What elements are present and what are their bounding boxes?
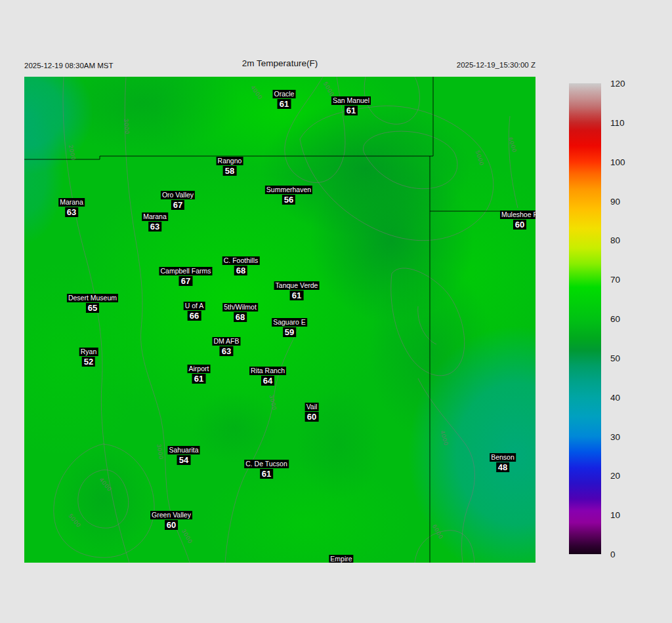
colorbar-tick-label: 30 [610,432,620,441]
station-temperature-value: 68 [234,266,247,275]
station-label: San Manuel 61 [331,96,371,115]
station-name: Ryan [79,348,98,356]
station-label: Tanque Verde 61 [274,281,320,300]
station-temperature-value: 61 [345,106,358,115]
colorbar-tick-label: 70 [610,275,620,285]
station-temperature-value: 68 [234,312,247,322]
station-label: Airport 61 [188,365,211,384]
station-label: Ryan 52 [79,348,98,367]
station-name: San Manuel [331,96,371,105]
colorbar-tick-layer: 1201101009080706050403020100 [569,83,635,554]
station-name: Green Valley [150,511,192,519]
station-temperature-value: 67 [171,200,184,210]
station-temperature-value: 61 [290,291,303,300]
station-label: Muleshoe R 60 [500,211,536,230]
station-label: Vail 60 [305,403,319,422]
station-temperature-value: 58 [223,166,236,176]
temperature-map: 2000 3000 4000 5000 5000 6000 3000 3000 … [24,77,536,563]
station-label: 5th/Wilmot 68 [222,303,258,322]
station-name: C. De Tucson [244,460,289,468]
station-label: C. De Tucson 61 [244,460,289,479]
colorbar-tick-label: 100 [610,157,625,167]
station-name: Rita Ranch [249,367,286,375]
colorbar-tick-label: 0 [610,550,616,559]
station-temperature-value: 59 [283,327,296,337]
station-temperature-value: 63 [148,222,161,231]
station-temperature-value: 63 [65,207,78,217]
station-temperature-value: 54 [177,455,190,465]
station-name: Campbell Farms [159,267,212,275]
station-temperature-value: 66 [188,311,201,321]
station-temperature-value: 52 [82,357,95,367]
station-label: Benson 48 [490,453,516,472]
station-layer: Oracle 61 San Manuel 61 Rangno 58 Marana… [24,77,536,563]
station-label: Marana 63 [142,212,168,231]
station-label: Oro Valley 67 [161,191,195,210]
station-label: DM AFB 63 [212,337,240,356]
colorbar-tick-label: 120 [610,79,625,89]
station-label: Empire [329,555,353,563]
station-label: Green Valley 60 [150,511,192,530]
station-name: 5th/Wilmot [222,303,258,312]
station-name: U of A [184,302,205,310]
station-name: Saguaro E [272,318,307,327]
station-name: Rangno [217,157,243,165]
station-name: Oracle [273,90,296,98]
station-temperature-value: 67 [179,276,192,286]
station-label: Summerhaven 56 [265,186,312,205]
station-name: Summerhaven [265,186,312,194]
colorbar-tick-label: 50 [610,353,620,363]
station-name: Airport [188,365,211,373]
station-label: Desert Museum 65 [67,294,118,313]
colorbar-tick-label: 60 [610,314,620,324]
station-label: Marana 63 [58,198,85,217]
colorbar-tick-label: 90 [610,196,620,206]
station-name: Benson [490,453,516,462]
station-temperature-value: 60 [513,220,526,230]
station-label: Campbell Farms 67 [159,267,212,286]
station-temperature-value: 60 [165,520,178,530]
station-name: DM AFB [212,337,240,346]
station-label: Sahuarita 54 [168,446,200,465]
station-temperature-value: 56 [282,195,295,205]
station-name: Marana [142,212,168,221]
colorbar-tick-label: 40 [610,392,620,402]
station-temperature-value: 65 [86,303,99,313]
station-temperature-value: 61 [278,99,291,109]
station-name: Tanque Verde [274,281,320,290]
station-name: Desert Museum [67,294,118,302]
colorbar-tick-label: 80 [610,235,620,245]
station-temperature-value: 60 [305,412,318,422]
station-name: Vail [305,403,319,411]
station-name: C. Foothills [222,256,260,265]
station-temperature-value: 61 [192,374,205,384]
station-name: Marana [58,198,85,207]
station-name: Sahuarita [168,446,200,454]
station-label: Saguaro E 59 [272,318,307,337]
station-name: Muleshoe R [500,211,536,219]
station-label: Rangno 58 [217,157,243,176]
station-temperature-value: 64 [261,376,274,386]
timestamp-utc: 2025-12-19_15:30:00 Z [399,61,536,69]
station-temperature-value: 48 [496,462,509,472]
station-label: U of A 66 [184,302,205,321]
station-label: C. Foothills 68 [222,256,260,275]
station-name: Oro Valley [161,191,195,199]
station-name: Empire [329,555,353,563]
colorbar-tick-label: 110 [610,117,625,127]
colorbar-tick-label: 10 [610,510,620,520]
station-label: Oracle 61 [273,90,296,109]
station-temperature-value: 61 [260,469,273,479]
station-label: Rita Ranch 64 [249,367,286,386]
station-temperature-value: 63 [220,346,233,356]
colorbar-tick-label: 20 [610,471,620,481]
